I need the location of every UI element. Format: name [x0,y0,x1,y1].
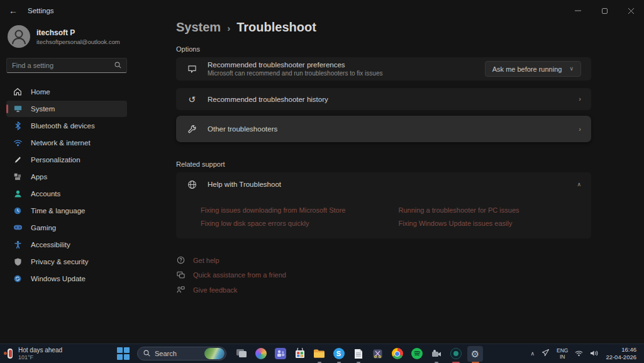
help-with-troubleshoot-card: Help with Troubleshoot ∧ Fixing issues d… [176,172,591,238]
sidebar-item-accounts[interactable]: Accounts [6,186,127,202]
notepad-icon[interactable] [350,346,366,362]
sidebar: itechsoft P itechsoftpersonal@outlook.co… [0,21,133,343]
sidebar-item-home[interactable]: Home [6,84,127,100]
sidebar-item-label: Apps [31,173,47,181]
volume-icon[interactable] [590,348,599,359]
search-highlight-image [204,348,225,359]
microsoft-store-icon[interactable] [292,346,308,362]
spotify-icon[interactable] [409,346,425,362]
tray-chevron-up-icon[interactable]: ∧ [530,350,535,357]
desktop-screen: ← Settings [0,0,644,363]
app-title: Settings [28,7,54,14]
card-troubleshooter-history[interactable]: ↺ Recommended troubleshooter history › [176,88,591,110]
sidebar-item-label: Accessibility [31,241,70,249]
clock-widget[interactable]: 16:46 22-04-2026 [606,346,636,362]
settings-window: ← Settings [0,0,644,343]
settings-search-input[interactable]: Find a setting [6,58,127,73]
quick-assistance-link[interactable]: Quick assistance from a friend [176,271,591,279]
search-icon [143,350,150,358]
tray-time: 16:46 [606,346,636,354]
breadcrumb-parent[interactable]: System [176,20,221,35]
quick-assist-icon [176,271,185,279]
privacy-shield-icon [13,257,23,267]
weather-temp: 101°F [18,354,62,361]
sidebar-item-time-language[interactable]: Time & language [6,203,127,219]
gaming-icon [13,223,23,233]
camera-app-icon[interactable] [428,346,444,362]
card-other-troubleshooters[interactable]: Other troubleshooters › [176,116,591,142]
sidebar-item-privacy-security[interactable]: Privacy & security [6,254,127,270]
sidebar-item-label: Personalization [31,156,80,164]
taskbar: Hot days ahead 101°F Search [0,343,644,363]
chevron-right-icon: › [579,126,581,133]
apps-icon [13,172,23,182]
get-help-link[interactable]: Get help [176,256,591,264]
wifi-icon[interactable] [575,348,583,359]
pen-icon[interactable] [541,348,550,359]
dropdown-value: Ask me before running [492,65,562,73]
obs-studio-icon[interactable] [448,346,464,362]
options-section-label: Options [176,45,591,53]
sidebar-item-label: Home [31,88,50,96]
page-title: Troubleshoot [236,20,316,35]
sidebar-item-system[interactable]: System [6,101,127,117]
chrome-icon[interactable] [389,346,405,362]
sidebar-item-label: Bluetooth & devices [31,122,95,130]
home-icon [13,87,23,97]
sidebar-item-accessibility[interactable]: Accessibility [6,237,127,253]
start-button[interactable] [116,346,131,361]
sidebar-item-gaming[interactable]: Gaming [6,220,127,236]
help-link[interactable]: Running a troubleshooter for PC issues [399,206,582,214]
taskbar-search-label: Search [155,350,177,357]
back-icon[interactable]: ← [9,6,18,15]
sidebar-item-label: Privacy & security [31,258,88,265]
taskbar-search[interactable]: Search [137,347,226,360]
main-content: System › Troubleshoot Options Recommende… [133,0,644,343]
user-profile[interactable]: itechsoft P itechsoftpersonal@outlook.co… [6,23,127,58]
card-title: Recommended troubleshooter history [208,96,328,103]
weather-headline: Hot days ahead [18,347,62,354]
card-subtitle: Microsoft can recommend and run troubles… [208,70,382,77]
sidebar-item-label: Network & internet [31,139,91,147]
sidebar-item-bluetooth-devices[interactable]: Bluetooth & devices [6,118,127,134]
help-card-header[interactable]: Help with Troubleshoot ∧ [176,172,591,196]
sidebar-item-label: Accounts [31,190,60,198]
feedback-icon [176,286,185,294]
sidebar-item-label: Windows Update [31,275,86,282]
time-language-icon [13,206,23,216]
accessibility-icon [13,240,23,250]
language-indicator[interactable]: ENG IN [557,347,568,360]
sidebar-item-label: Time & language [31,207,86,215]
help-link[interactable]: Fixing low disk space errors quickly [201,220,384,227]
settings-app-icon[interactable]: ⚙ [467,346,483,362]
sidebar-item-label: Gaming [31,224,56,232]
copilot-icon[interactable] [253,346,269,362]
sidebar-item-network-internet[interactable]: Network & internet [6,135,127,151]
task-view-button[interactable] [233,346,249,362]
teams-icon[interactable] [272,346,288,362]
bluetooth-icon [13,121,23,131]
sidebar-item-personalization[interactable]: Personalization [6,152,127,168]
get-help-icon [176,256,185,264]
system-icon [13,104,23,114]
help-link[interactable]: Fixing issues downloading from Microsoft… [201,206,384,214]
search-placeholder: Find a setting [12,62,53,69]
help-link[interactable]: Fixing Windows Update issues easily [399,220,582,227]
comment-bubble-icon [186,65,197,74]
troubleshooter-preference-dropdown[interactable]: Ask me before running ∨ [485,61,581,77]
sidebar-item-windows-update[interactable]: Windows Update [6,271,127,287]
give-feedback-link[interactable]: Give feedback [176,286,591,294]
user-name: itechsoft P [36,28,120,37]
chevron-down-icon: ∨ [569,66,574,72]
skype-icon[interactable]: S [331,346,347,362]
snipping-tool-icon[interactable] [370,346,386,362]
breadcrumb: System › Troubleshoot [176,20,591,35]
personalization-icon [13,155,23,165]
weather-widget[interactable]: Hot days ahead 101°F [5,347,116,361]
file-explorer-icon[interactable] [311,346,327,362]
history-icon: ↺ [186,94,197,104]
sidebar-item-apps[interactable]: Apps [6,169,127,185]
taskbar-apps: S [233,346,483,362]
give-feedback-label: Give feedback [193,286,237,294]
thermometer-icon [8,349,13,359]
